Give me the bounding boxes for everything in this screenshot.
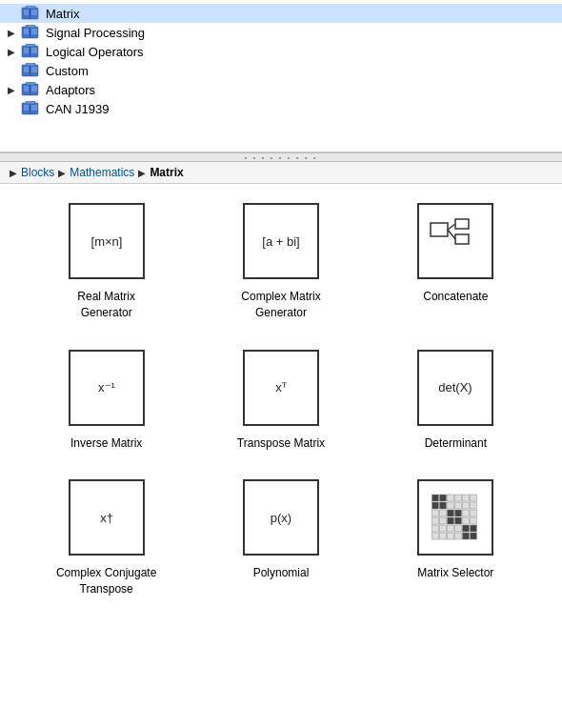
block-item-transpose-matrix[interactable]: xᵀ Transpose Matrix: [203, 350, 358, 452]
svg-rect-26: [26, 44, 35, 47]
tree-item-logical-operators[interactable]: ▶ Logical Operators: [0, 42, 562, 61]
block-item-complex-matrix-generator[interactable]: [a + bi] Complex MatrixGenerator: [203, 203, 358, 321]
block-icon-determinant: det(X): [417, 350, 493, 426]
splitter[interactable]: • • • • • • • • •: [0, 152, 562, 162]
svg-line-60: [448, 230, 455, 239]
svg-rect-10: [30, 27, 30, 38]
tree-label-signal-processing: Signal Processing: [46, 26, 145, 40]
svg-rect-28: [30, 65, 30, 76]
library-panel: Matrix▶ Signal Processing▶: [0, 0, 562, 152]
block-label-inverse-matrix: Inverse Matrix: [70, 435, 142, 452]
svg-rect-58: [455, 234, 469, 244]
tree-arrow-adaptors: ▶: [8, 85, 19, 95]
breadcrumb: ▶ Blocks ▶ Mathematics ▶ Matrix: [0, 162, 562, 184]
tree-item-matrix[interactable]: Matrix: [0, 4, 562, 23]
svg-text:x†: x†: [100, 511, 113, 525]
svg-rect-92: [448, 525, 454, 532]
block-item-matrix-selector[interactable]: Matrix Selector: [378, 479, 533, 597]
svg-rect-72: [432, 502, 439, 509]
splitter-handle: • • • • • • • • •: [245, 153, 318, 162]
svg-rect-17: [26, 25, 35, 28]
svg-rect-93: [455, 525, 462, 532]
breadcrumb-sep-2: ▶: [138, 168, 146, 178]
block-label-polynomial: Polynomial: [253, 565, 310, 581]
tree-label-matrix: Matrix: [46, 7, 79, 21]
book-icon-matrix: [21, 6, 40, 21]
block-icon-concatenate: [417, 203, 493, 279]
book-icon-can-j1939: [21, 101, 40, 116]
block-icon-inverse-matrix: x⁻¹: [69, 350, 145, 426]
svg-rect-73: [440, 502, 447, 509]
block-icon-polynomial: p(x): [243, 479, 319, 556]
block-label-real-matrix-generator: Real MatrixGenerator: [77, 289, 135, 321]
block-label-complex-matrix-generator: Complex MatrixGenerator: [241, 289, 320, 321]
block-icon-transpose-matrix: xᵀ: [243, 350, 319, 426]
svg-rect-76: [463, 502, 470, 509]
block-item-determinant[interactable]: det(X) Determinant: [378, 350, 533, 452]
svg-rect-44: [26, 82, 35, 85]
tree-item-can-j1939[interactable]: CAN J1939: [0, 99, 562, 118]
svg-rect-53: [26, 101, 35, 104]
svg-rect-66: [432, 495, 439, 501]
svg-rect-74: [448, 502, 454, 509]
tree-label-custom: Custom: [46, 64, 89, 78]
tree-arrow-signal-processing: ▶: [8, 28, 19, 38]
svg-rect-90: [432, 525, 439, 532]
tree-label-can-j1939: CAN J1939: [46, 102, 109, 116]
block-item-real-matrix-generator[interactable]: [m×n] Real MatrixGenerator: [29, 203, 184, 321]
tree-label-logical-operators: Logical Operators: [46, 45, 144, 59]
block-icon-complex-matrix-generator: [a + bi]: [243, 203, 319, 279]
svg-rect-95: [471, 525, 477, 532]
breadcrumb-sep-1: ▶: [58, 168, 66, 178]
svg-rect-89: [471, 517, 477, 524]
svg-text:[m×n]: [m×n]: [90, 234, 122, 249]
svg-rect-46: [30, 103, 30, 114]
svg-rect-100: [463, 533, 470, 539]
book-icon-adaptors: [21, 82, 40, 97]
svg-rect-68: [448, 495, 454, 501]
svg-rect-81: [455, 510, 462, 516]
tree-item-signal-processing[interactable]: ▶ Signal Processing: [0, 23, 562, 42]
svg-rect-98: [448, 533, 454, 539]
svg-rect-71: [471, 495, 477, 501]
breadcrumb-blocks[interactable]: Blocks: [21, 166, 54, 179]
svg-text:[a + bi]: [a + bi]: [262, 234, 299, 249]
breadcrumb-current: Matrix: [150, 166, 183, 179]
svg-rect-86: [448, 517, 454, 524]
tree-item-adaptors[interactable]: ▶ Adaptors: [0, 80, 562, 99]
svg-rect-1: [30, 8, 30, 19]
svg-rect-84: [432, 517, 439, 524]
block-label-complex-conjugate-transpose: Complex ConjugateTranspose: [56, 565, 156, 597]
svg-rect-82: [463, 510, 470, 516]
block-label-concatenate: Concatenate: [423, 289, 488, 305]
tree-item-custom[interactable]: Custom: [0, 61, 562, 80]
block-item-inverse-matrix[interactable]: x⁻¹ Inverse Matrix: [29, 350, 184, 452]
svg-rect-78: [432, 510, 439, 516]
block-item-polynomial[interactable]: p(x) Polynomial: [203, 479, 358, 597]
svg-rect-101: [471, 533, 477, 539]
block-icon-real-matrix-generator: [m×n]: [69, 203, 145, 279]
book-icon-logical-operators: [21, 44, 40, 59]
svg-rect-83: [471, 510, 477, 516]
book-icon-signal-processing: [21, 25, 40, 40]
svg-rect-79: [440, 510, 447, 516]
svg-text:det(X): det(X): [439, 380, 472, 394]
svg-rect-70: [463, 495, 470, 501]
svg-rect-69: [455, 495, 462, 501]
svg-rect-75: [455, 502, 462, 509]
svg-rect-37: [30, 84, 30, 95]
breadcrumb-arrow: ▶: [10, 168, 17, 178]
block-item-complex-conjugate-transpose[interactable]: x† Complex ConjugateTranspose: [29, 479, 184, 597]
svg-line-59: [448, 224, 455, 230]
block-icon-complex-conjugate-transpose: x†: [69, 479, 145, 556]
svg-rect-99: [455, 533, 462, 539]
block-label-determinant: Determinant: [425, 435, 487, 452]
block-icon-matrix-selector: [417, 479, 493, 556]
block-label-matrix-selector: Matrix Selector: [417, 565, 493, 581]
svg-rect-88: [463, 517, 470, 524]
tree-arrow-logical-operators: ▶: [8, 47, 19, 57]
block-item-concatenate[interactable]: Concatenate: [378, 203, 533, 321]
block-label-transpose-matrix: Transpose Matrix: [237, 435, 325, 452]
breadcrumb-mathematics[interactable]: Mathematics: [70, 166, 134, 179]
svg-rect-77: [471, 502, 477, 509]
